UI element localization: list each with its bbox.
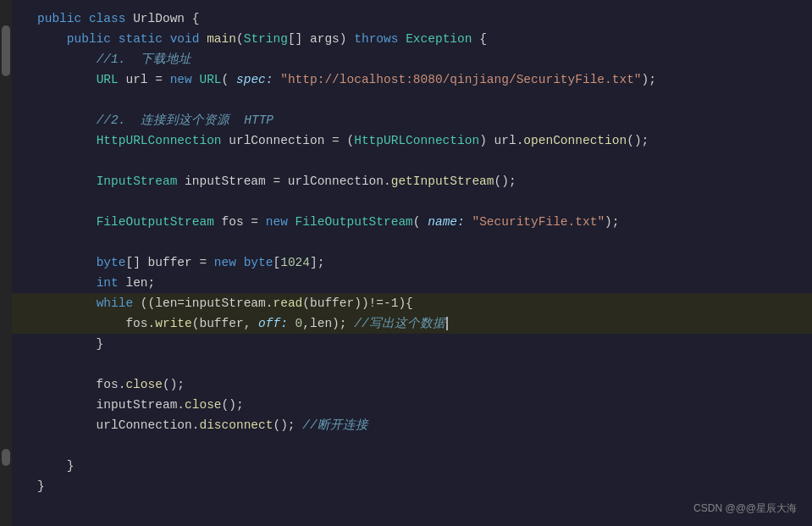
token-cls: String: [244, 32, 288, 46]
code-line: [12, 90, 812, 110]
token-cls: InputStream: [97, 174, 178, 188]
line-content: fos.write(buffer, off: 0,len); //写出这个数据: [37, 313, 804, 334]
token-plain: );: [605, 215, 619, 229]
token-number: 1024: [280, 256, 310, 269]
token-plain: ();: [222, 398, 244, 412]
token-number: 0: [296, 317, 303, 330]
token-plain: [37, 53, 97, 66]
code-line: //1. 下载地址: [12, 49, 812, 69]
token-plain: (: [236, 32, 244, 46]
token-cls: HttpURLConnection: [354, 134, 479, 147]
code-line: InputStream inputStream = urlConnection.…: [12, 171, 812, 191]
token-plain: (: [413, 215, 428, 229]
token-kw: new: [214, 256, 244, 269]
watermark: CSDN @@@星辰大海: [693, 501, 797, 516]
token-plain: ];: [310, 256, 324, 269]
token-plain: ();: [627, 134, 649, 147]
token-plain: }: [37, 459, 75, 473]
token-comment: //写出这个数据: [354, 317, 445, 330]
token-method: write: [155, 317, 192, 330]
code-editor: public class UrlDown { public static voi…: [0, 0, 812, 526]
token-method: read: [273, 296, 302, 310]
code-line: [12, 354, 812, 374]
code-line: fos.close();: [12, 374, 812, 395]
token-kw: static: [119, 32, 170, 46]
token-plain: }: [37, 479, 45, 493]
token-comment: //断开连接: [302, 418, 367, 432]
scrollbar-thumb[interactable]: [2, 25, 10, 76]
line-content: //2. 连接到这个资源 HTTP: [37, 110, 804, 130]
token-kw: new: [266, 215, 296, 229]
code-line: FileOutputStream fos = new FileOutputStr…: [12, 212, 812, 232]
token-plain: }: [37, 337, 103, 351]
token-plain: [37, 134, 97, 147]
token-plain: [37, 215, 97, 229]
token-kw: public: [37, 12, 89, 25]
code-line: while ((len=inputStream.read(buffer))!=-…: [12, 293, 812, 313]
line-content: fos.close();: [37, 374, 804, 395]
token-kw: while: [97, 296, 141, 310]
token-plain: fos =: [214, 215, 266, 229]
token-method: close: [125, 378, 163, 391]
token-str: "http://localhost:8080/qinjiang/Security…: [280, 73, 641, 86]
token-plain: ();: [163, 378, 185, 391]
line-content: urlConnection.disconnect(); //断开连接: [37, 415, 804, 435]
line-content: }: [37, 476, 804, 496]
code-line: }: [12, 456, 812, 476]
token-comment: //2. 连接到这个资源 HTTP: [97, 114, 273, 127]
token-plain: url =: [119, 73, 170, 86]
token-plain: ((len=inputStream.: [141, 296, 273, 310]
token-kw: byte: [244, 256, 273, 269]
token-cls: FileOutputStream: [97, 215, 214, 229]
token-method: openConnection: [523, 134, 627, 147]
scrollbar-thumb-bottom[interactable]: [2, 449, 10, 466]
line-content: }: [37, 456, 804, 476]
code-line: [12, 151, 812, 171]
token-plain: fos.: [37, 317, 155, 330]
token-plain: [37, 276, 97, 290]
token-plain: (: [222, 73, 236, 86]
token-plain: [37, 296, 97, 310]
token-method: close: [185, 398, 222, 412]
token-plain: urlConnection.: [37, 418, 199, 432]
line-content: public static void main(String[] args) t…: [37, 29, 804, 49]
code-line: inputStream.close();: [12, 395, 812, 415]
token-plain: inputStream = urlConnection.: [177, 174, 390, 188]
token-str: "SecurityFile.txt": [472, 215, 605, 229]
line-content: int len;: [37, 273, 804, 293]
token-plain: [37, 32, 67, 46]
token-plain: [37, 114, 97, 127]
text-cursor: [446, 317, 448, 330]
token-param-hint: name:: [428, 215, 465, 229]
token-cls: HttpURLConnection: [97, 134, 222, 147]
code-area: public class UrlDown { public static voi…: [12, 8, 812, 496]
line-content: InputStream inputStream = urlConnection.…: [37, 171, 804, 191]
token-plain: [] buffer =: [125, 256, 213, 269]
scrollbar[interactable]: [0, 0, 12, 526]
token-kw: void: [170, 32, 207, 46]
token-plain: (buffer,: [192, 317, 258, 330]
token-plain: [37, 174, 97, 188]
line-content: inputStream.close();: [37, 395, 804, 415]
token-plain: [37, 256, 97, 269]
token-kw: class: [89, 12, 133, 25]
token-cls: Exception: [406, 32, 472, 46]
token-plain: UrlDown {: [133, 12, 199, 25]
token-plain: {: [472, 32, 486, 46]
code-line: [12, 435, 812, 456]
token-cls: URL: [199, 73, 221, 86]
line-content: public class UrlDown {: [37, 8, 804, 29]
line-content: URL url = new URL( spec: "http://localho…: [37, 69, 804, 90]
code-line: fos.write(buffer, off: 0,len); //写出这个数据: [12, 313, 812, 334]
line-content: HttpURLConnection urlConnection = (HttpU…: [37, 130, 804, 151]
code-line: }: [12, 476, 812, 496]
token-plain: [273, 73, 281, 86]
token-plain: len;: [125, 276, 155, 290]
token-kw: int: [97, 276, 126, 290]
code-line: byte[] buffer = new byte[1024];: [12, 252, 812, 273]
token-plain: [] args): [288, 32, 354, 46]
token-plain: [: [273, 256, 280, 269]
token-kw: public: [67, 32, 119, 46]
code-line: HttpURLConnection urlConnection = (HttpU…: [12, 130, 812, 151]
token-plain: inputStream.: [37, 398, 185, 412]
